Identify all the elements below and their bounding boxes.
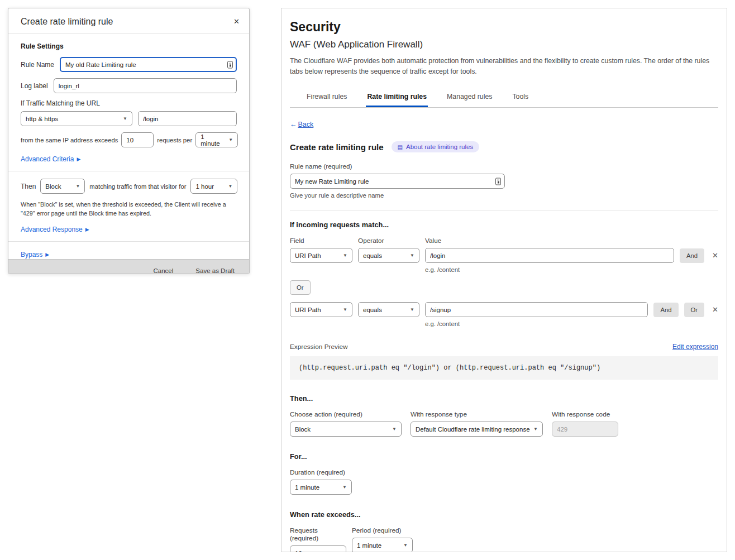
tab-firewall-rules[interactable]: Firewall rules: [306, 89, 348, 107]
requests-input[interactable]: [290, 545, 346, 552]
then-label: Then: [21, 183, 36, 190]
rate-columns: Requests (required) Period (required) 1 …: [290, 527, 718, 552]
dialog-title: Create rate limiting rule: [21, 17, 113, 27]
autofill-icon[interactable]: [227, 61, 233, 68]
expression-preview-label: Expression Preview: [290, 343, 348, 351]
tab-managed-rules[interactable]: Managed rules: [446, 89, 493, 107]
rate-period-column: Period (required) 1 minute ▼: [352, 527, 413, 552]
field-select[interactable]: URI Path ▼: [290, 302, 352, 317]
edit-expression-link[interactable]: Edit expression: [672, 343, 718, 351]
period-select-value: 1 minute: [201, 133, 225, 147]
value-input[interactable]: [425, 302, 648, 317]
doc-icon: ▤: [398, 144, 403, 150]
cancel-button[interactable]: Cancel: [154, 267, 174, 274]
or-button[interactable]: Or: [684, 303, 705, 317]
rule-name-input-wrap: [60, 57, 237, 72]
create-rate-limiting-rule-dialog: Create rate limiting rule ✕ Rule Setting…: [8, 8, 250, 274]
tab-tools[interactable]: Tools: [511, 89, 529, 107]
url-input[interactable]: [138, 111, 237, 126]
period-select[interactable]: 1 minute ▼: [195, 132, 238, 147]
rate-period-label: Period (required): [352, 527, 413, 534]
condition-row-1: URI Path ▼ equals ▼ And ✕: [290, 248, 718, 263]
block-note: When "Block" is set, when the threshold …: [21, 200, 237, 218]
choose-action-label: Choose action (required): [290, 410, 402, 418]
remove-condition-icon[interactable]: ✕: [712, 305, 718, 314]
response-type-column: With response type Default Cloudflare ra…: [411, 410, 543, 437]
log-label-input-wrap: [54, 78, 237, 93]
threshold-row: from the same IP address exceeds request…: [21, 132, 237, 147]
choose-action-select[interactable]: Block ▼: [290, 422, 402, 437]
rule-name-helper: Give your rule a descriptive name: [290, 192, 718, 199]
advanced-criteria-link[interactable]: Advanced Criteria ▶: [21, 155, 80, 163]
threshold-middle: requests per: [157, 137, 192, 143]
chevron-down-icon: ▼: [343, 307, 347, 312]
duration-label: Duration (required): [290, 468, 718, 476]
save-as-draft-button[interactable]: Save as Draft: [195, 267, 235, 274]
value-column-label: Value: [425, 237, 718, 245]
value-helper: e.g. /content: [425, 266, 718, 273]
chevron-down-icon: ▼: [342, 485, 347, 490]
create-rule-heading: Create rate limiting rule: [290, 142, 384, 152]
chevron-down-icon: ▼: [392, 427, 397, 432]
back-label: Back: [298, 121, 314, 128]
close-icon[interactable]: ✕: [232, 17, 241, 26]
or-connector-button[interactable]: Or: [290, 280, 311, 295]
expression-code: (http.request.uri.path eq "/login") or (…: [290, 356, 718, 380]
duration-select[interactable]: 1 minute ▼: [290, 480, 352, 495]
block-duration-select[interactable]: 1 hour ▼: [190, 179, 237, 194]
chevron-down-icon: ▼: [228, 137, 233, 142]
and-button[interactable]: And: [680, 248, 704, 263]
scheme-select-value: http & https: [26, 116, 58, 122]
about-rate-limiting-badge[interactable]: ▤ About rate limiting rules: [392, 141, 480, 152]
response-type-select[interactable]: Default Cloudflare rate limiting respons…: [411, 422, 543, 437]
tab-rate-limiting-rules[interactable]: Rate limiting rules: [366, 89, 428, 107]
page-title: Security: [290, 20, 718, 35]
and-button[interactable]: And: [653, 303, 678, 317]
then-section-heading: Then...: [290, 394, 718, 403]
block-duration-value: 1 hour: [195, 183, 214, 190]
chevron-down-icon: ▼: [533, 427, 538, 432]
scheme-select[interactable]: http & https ▼: [21, 111, 132, 126]
remove-condition-icon[interactable]: ✕: [712, 251, 718, 260]
chevron-down-icon: ▼: [410, 253, 414, 258]
rule-heading-row: Create rate limiting rule ▤ About rate l…: [290, 141, 718, 152]
operator-select[interactable]: equals ▼: [358, 248, 419, 263]
back-link[interactable]: ← Back: [290, 121, 313, 128]
url-match-row: http & https ▼: [21, 111, 237, 126]
match-column-labels: Field Operator Value: [290, 237, 718, 245]
condition-row-2: URI Path ▼ equals ▼ And Or ✕: [290, 302, 718, 317]
triangle-right-icon: ▶: [77, 156, 80, 162]
log-label: Log label: [21, 82, 48, 90]
log-label-row: Log label: [21, 78, 237, 93]
operator-select[interactable]: equals ▼: [358, 302, 419, 317]
action-select-value: Block: [45, 183, 61, 190]
match-section-heading: If incoming requests match...: [290, 221, 718, 229]
rule-name-row: Rule Name: [21, 57, 237, 72]
field-select-value: URI Path: [295, 252, 321, 259]
response-code-label: With response code: [552, 410, 618, 418]
rule-name-input[interactable]: [290, 174, 505, 189]
response-type-value: Default Cloudflare rate limiting respons…: [416, 426, 530, 433]
url-input-wrap: [138, 111, 237, 126]
field-select[interactable]: URI Path ▼: [290, 248, 352, 263]
value-input[interactable]: [425, 248, 674, 263]
waf-tabs: Firewall rules Rate limiting rules Manag…: [290, 89, 718, 108]
expression-preview-row: Expression Preview Edit expression: [290, 343, 718, 351]
field-column-label: Field: [290, 237, 358, 245]
requests-column: Requests (required): [290, 527, 346, 552]
rule-name-input-wrap: [290, 174, 505, 189]
value-helper: e.g. /content: [425, 320, 718, 327]
rate-period-select[interactable]: 1 minute ▼: [352, 538, 413, 552]
rule-settings-heading: Rule Settings: [21, 42, 237, 50]
dialog-header: Create rate limiting rule ✕: [8, 8, 249, 34]
bypass-link[interactable]: Bypass ▶: [21, 251, 49, 259]
rule-name-input[interactable]: [60, 57, 237, 72]
divider: [290, 210, 718, 210]
log-label-input[interactable]: [54, 78, 237, 93]
autofill-icon[interactable]: [495, 178, 501, 185]
chevron-down-icon: ▼: [123, 116, 127, 121]
action-select[interactable]: Block ▼: [40, 179, 85, 194]
advanced-response-link[interactable]: Advanced Response ▶: [21, 226, 89, 233]
for-section-heading: For...: [290, 452, 718, 461]
requests-input[interactable]: [121, 132, 154, 147]
